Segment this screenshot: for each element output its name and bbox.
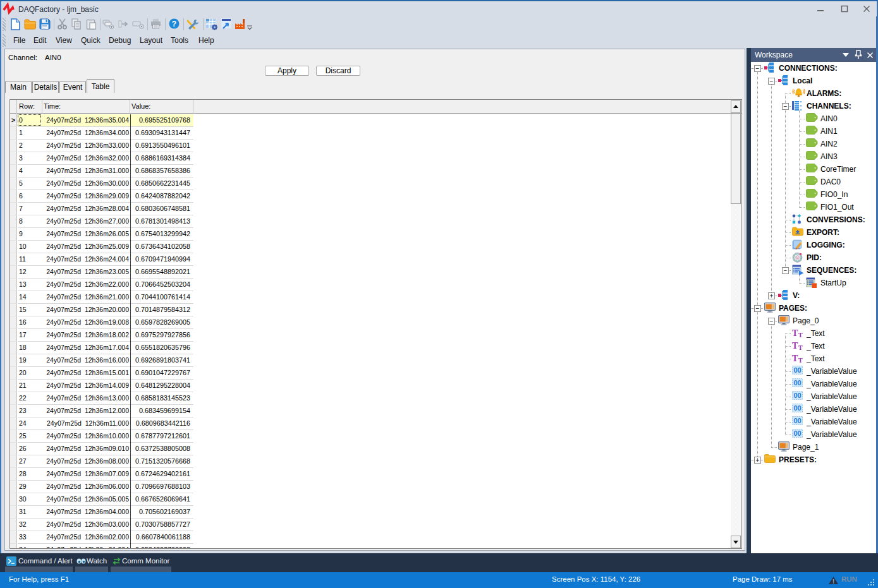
svg-text:T: T bbox=[792, 341, 798, 351]
svg-text:00: 00 bbox=[793, 404, 801, 412]
svg-text:?: ? bbox=[172, 20, 176, 28]
svg-text:00: 00 bbox=[793, 392, 801, 399]
svg-text:00: 00 bbox=[793, 379, 801, 387]
svg-text:T: T bbox=[798, 357, 803, 363]
svg-text:00: 00 bbox=[793, 366, 801, 374]
svg-text:T: T bbox=[792, 354, 798, 363]
svg-text:00: 00 bbox=[793, 417, 801, 424]
svg-text:M: M bbox=[796, 256, 799, 260]
svg-text:00: 00 bbox=[793, 429, 801, 437]
svg-text:T: T bbox=[798, 332, 803, 338]
svg-text:T: T bbox=[798, 344, 803, 351]
svg-text:T: T bbox=[792, 328, 798, 338]
